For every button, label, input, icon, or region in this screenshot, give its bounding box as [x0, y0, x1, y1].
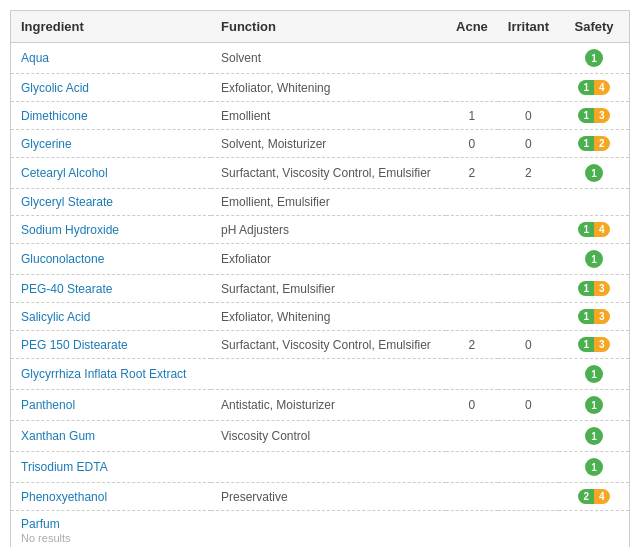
ingredient-function: Exfoliator, Whitening: [211, 74, 446, 102]
acne-value: [446, 483, 498, 511]
acne-value: [446, 216, 498, 244]
ingredient-name[interactable]: PEG 150 Distearate: [11, 331, 211, 359]
ingredient-function: [211, 359, 446, 390]
acne-value: 2: [446, 331, 498, 359]
table-row: Salicylic AcidExfoliator, Whitening13: [11, 303, 629, 331]
safety-badge: [559, 511, 629, 548]
safety-badge: 1: [559, 359, 629, 390]
acne-value: [446, 303, 498, 331]
table-row: PEG-40 StearateSurfactant, Emulsifier13: [11, 275, 629, 303]
irritant-value: [498, 43, 559, 74]
ingredient-name[interactable]: Glyceryl Stearate: [11, 189, 211, 216]
table-row: DimethiconeEmollient1013: [11, 102, 629, 130]
ingredient-name[interactable]: Glycolic Acid: [11, 74, 211, 102]
safety-badge: 1: [559, 158, 629, 189]
acne-value: [446, 275, 498, 303]
table-row: Glycolic AcidExfoliator, Whitening14: [11, 74, 629, 102]
ingredient-name[interactable]: Gluconolactone: [11, 244, 211, 275]
table-row: Glyceryl StearateEmollient, Emulsifier: [11, 189, 629, 216]
acne-value: [446, 359, 498, 390]
irritant-value: [498, 244, 559, 275]
ingredient-name[interactable]: Xanthan Gum: [11, 421, 211, 452]
header-ingredient: Ingredient: [11, 11, 211, 43]
ingredient-name[interactable]: Sodium Hydroxide: [11, 216, 211, 244]
acne-value: [446, 421, 498, 452]
safety-badge: [559, 189, 629, 216]
table-row: GlycerineSolvent, Moisturizer0012: [11, 130, 629, 158]
ingredient-function: Preservative: [211, 483, 446, 511]
ingredient-function: Surfactant, Viscosity Control, Emulsifie…: [211, 331, 446, 359]
irritant-value: [498, 74, 559, 102]
ingredient-function: Antistatic, Moisturizer: [211, 390, 446, 421]
ingredient-function: Emollient, Emulsifier: [211, 189, 446, 216]
ingredient-function: [211, 511, 446, 548]
acne-value: [446, 189, 498, 216]
ingredient-name[interactable]: Aqua: [11, 43, 211, 74]
safety-badge: 1: [559, 452, 629, 483]
acne-value: [446, 74, 498, 102]
ingredients-table-container: Ingredient Function Acne Irritant Safety…: [10, 10, 630, 547]
ingredient-name[interactable]: Dimethicone: [11, 102, 211, 130]
acne-value: [446, 511, 498, 548]
header-irritant: Irritant: [498, 11, 559, 43]
ingredient-function: Surfactant, Emulsifier: [211, 275, 446, 303]
irritant-value: [498, 483, 559, 511]
ingredient-function: Emollient: [211, 102, 446, 130]
table-row: Trisodium EDTA1: [11, 452, 629, 483]
table-row: Xanthan GumViscosity Control1: [11, 421, 629, 452]
acne-value: 0: [446, 390, 498, 421]
header-safety: Safety: [559, 11, 629, 43]
ingredient-name[interactable]: Salicylic Acid: [11, 303, 211, 331]
ingredient-name[interactable]: Cetearyl Alcohol: [11, 158, 211, 189]
irritant-value: [498, 216, 559, 244]
ingredient-function: pH Adjusters: [211, 216, 446, 244]
safety-badge: 1: [559, 43, 629, 74]
irritant-value: 0: [498, 390, 559, 421]
table-body: AquaSolvent1Glycolic AcidExfoliator, Whi…: [11, 43, 629, 548]
ingredient-name[interactable]: Trisodium EDTA: [11, 452, 211, 483]
safety-badge: 14: [559, 216, 629, 244]
ingredient-name[interactable]: Phenoxyethanol: [11, 483, 211, 511]
irritant-value: [498, 275, 559, 303]
table-row: AquaSolvent1: [11, 43, 629, 74]
ingredient-function: Exfoliator, Whitening: [211, 303, 446, 331]
safety-badge: 1: [559, 390, 629, 421]
safety-badge: 1: [559, 244, 629, 275]
table-header-row: Ingredient Function Acne Irritant Safety: [11, 11, 629, 43]
table-row: Glycyrrhiza Inflata Root Extract1: [11, 359, 629, 390]
ingredient-function: [211, 452, 446, 483]
safety-badge: 13: [559, 331, 629, 359]
ingredient-name[interactable]: Glycyrrhiza Inflata Root Extract: [11, 359, 211, 390]
irritant-value: 0: [498, 130, 559, 158]
header-acne: Acne: [446, 11, 498, 43]
table-row: PhenoxyethanolPreservative24: [11, 483, 629, 511]
header-function: Function: [211, 11, 446, 43]
irritant-value: [498, 452, 559, 483]
table-row: ParfumNo results: [11, 511, 629, 548]
acne-value: [446, 452, 498, 483]
irritant-value: [498, 421, 559, 452]
irritant-value: 2: [498, 158, 559, 189]
acne-value: [446, 43, 498, 74]
irritant-value: [498, 511, 559, 548]
safety-badge: 12: [559, 130, 629, 158]
safety-badge: 13: [559, 303, 629, 331]
safety-badge: 14: [559, 74, 629, 102]
ingredient-function: Solvent, Moisturizer: [211, 130, 446, 158]
ingredient-name[interactable]: ParfumNo results: [11, 511, 211, 548]
acne-value: [446, 244, 498, 275]
ingredients-table: Ingredient Function Acne Irritant Safety…: [11, 11, 629, 547]
ingredient-function: Exfoliator: [211, 244, 446, 275]
table-row: PEG 150 DistearateSurfactant, Viscosity …: [11, 331, 629, 359]
irritant-value: 0: [498, 331, 559, 359]
table-row: PanthenolAntistatic, Moisturizer001: [11, 390, 629, 421]
safety-badge: 1: [559, 421, 629, 452]
irritant-value: 0: [498, 102, 559, 130]
safety-badge: 13: [559, 102, 629, 130]
ingredient-name[interactable]: Panthenol: [11, 390, 211, 421]
ingredient-name[interactable]: PEG-40 Stearate: [11, 275, 211, 303]
ingredient-name[interactable]: Glycerine: [11, 130, 211, 158]
irritant-value: [498, 359, 559, 390]
acne-value: 2: [446, 158, 498, 189]
ingredient-function: Surfactant, Viscosity Control, Emulsifie…: [211, 158, 446, 189]
